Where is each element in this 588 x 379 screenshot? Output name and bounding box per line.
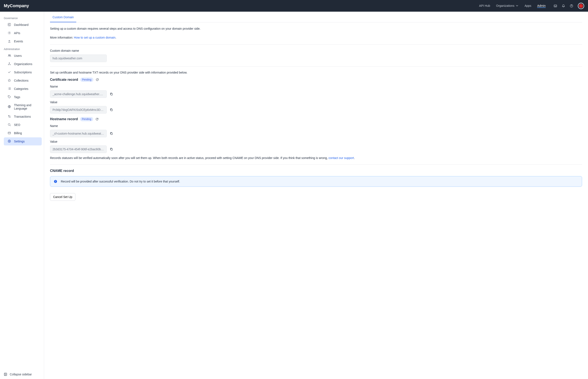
tab-custom-domain[interactable]: Custom Domain xyxy=(50,12,76,22)
refresh-certificate-button[interactable] xyxy=(95,78,99,81)
cert-name-label: Name xyxy=(50,85,582,88)
copy-host-name-button[interactable] xyxy=(110,132,113,135)
nav-organizations-label: Organizations xyxy=(496,4,514,7)
tag-icon xyxy=(8,95,12,99)
verification-note: Records statuses will be verified automa… xyxy=(50,156,582,160)
collapse-icon xyxy=(4,373,7,376)
sidebar-item-billing[interactable]: Billing xyxy=(4,129,42,137)
info-icon: i xyxy=(54,180,57,183)
cname-title: CNAME record xyxy=(50,169,582,173)
how-to-link[interactable]: How to set up a custom domain xyxy=(74,36,115,39)
list-icon xyxy=(8,87,12,91)
divider xyxy=(50,45,582,45)
star-icon xyxy=(8,79,12,82)
sidebar-item-label: Transactions xyxy=(14,115,31,118)
sidebar-item-events[interactable]: Events xyxy=(4,37,42,45)
more-info: More information: How to set up a custom… xyxy=(50,31,582,40)
gear-icon xyxy=(8,140,12,143)
verify-note-text: Records statuses will be verified automa… xyxy=(50,156,329,160)
certificate-badge-pending: Pending xyxy=(80,78,93,82)
sidebar-item-organizations[interactable]: Organizations xyxy=(4,60,42,68)
sidebar-item-seo[interactable]: SEO xyxy=(4,121,42,129)
apis-icon xyxy=(8,31,12,35)
tabs: Custom Domain xyxy=(50,12,582,22)
sidebar-item-theming[interactable]: Theming and Language xyxy=(4,101,42,112)
arrows-icon xyxy=(8,115,12,118)
nav-apps[interactable]: Apps xyxy=(525,4,531,8)
sidebar-item-categories[interactable]: Categories xyxy=(4,85,42,93)
sidebar-item-collections[interactable]: Collections xyxy=(4,77,42,85)
nav-organizations[interactable]: Organizations xyxy=(496,4,518,8)
sidebar-item-label: Theming and Language xyxy=(14,103,38,110)
main-content: Custom Domain Setting up a custom domain… xyxy=(44,12,588,379)
sitemap-icon xyxy=(8,62,12,66)
custom-domain-input: hub.squidweather.com xyxy=(50,54,107,62)
search-icon xyxy=(8,123,12,127)
sidebar-item-label: Users xyxy=(14,54,22,57)
sidebar-item-label: Tags xyxy=(14,95,20,99)
inbox-icon[interactable] xyxy=(554,4,557,8)
header-nav: API Hub Organizations Apps Admin xyxy=(479,3,584,9)
cert-name-input: _acme-challenge.hub.squidweather.com xyxy=(50,90,107,98)
sidebar-item-label: Billing xyxy=(14,131,22,135)
sidebar-section-administration: Administration xyxy=(0,46,44,51)
sidebar-item-transactions[interactable]: Transactions xyxy=(4,112,42,121)
copy-cert-name-button[interactable] xyxy=(110,93,113,96)
sidebar-item-label: APIs xyxy=(14,31,20,35)
more-info-prefix: More information: xyxy=(50,36,74,39)
records-intro: Set up certificate and hostname TXT reco… xyxy=(50,71,582,74)
sidebar-item-label: Categories xyxy=(14,87,28,91)
card-icon xyxy=(8,131,12,135)
dashboard-icon xyxy=(8,23,12,27)
intro-text: Setting up a custom domain requires seve… xyxy=(50,22,582,31)
cert-value-input: Pc9dp7dxgOAFKISs0CEp6xMmc3DA0e… xyxy=(50,106,107,114)
sidebar-item-label: Settings xyxy=(14,140,25,143)
verify-note-suffix: . xyxy=(354,156,355,160)
host-name-input: _cf-custom-hostname.hub.squidweather… xyxy=(50,130,107,137)
avatar[interactable] xyxy=(578,3,584,9)
sidebar-item-label: Collections xyxy=(14,79,28,82)
container: Governance Dashboard APIs Events Adminis… xyxy=(0,12,588,379)
chevron-down-icon xyxy=(515,4,518,7)
users-icon xyxy=(8,54,12,58)
certificate-title: Certificate record xyxy=(50,78,78,82)
contact-support-link[interactable]: contact our support xyxy=(329,156,354,160)
hostname-title: Hostname record xyxy=(50,117,78,121)
cname-info-banner: i Record will be provided after successf… xyxy=(50,176,582,187)
copy-cert-value-button[interactable] xyxy=(110,108,113,111)
certificate-header: Certificate record Pending xyxy=(50,78,582,82)
cancel-setup-button[interactable]: Cancel Set Up xyxy=(50,193,75,201)
bell-icon[interactable] xyxy=(562,4,565,8)
sidebar-item-tags[interactable]: Tags xyxy=(4,93,42,101)
sidebar: Governance Dashboard APIs Events Adminis… xyxy=(0,12,44,379)
sidebar-section-governance: Governance xyxy=(0,15,44,21)
sidebar-item-label: Organizations xyxy=(14,62,32,66)
upload-icon xyxy=(8,39,12,43)
cert-value-label: Value xyxy=(50,100,582,104)
globe-icon xyxy=(8,105,12,109)
nav-admin[interactable]: Admin xyxy=(537,4,546,8)
logo[interactable]: MyCompany xyxy=(4,3,29,8)
nav-api-hub[interactable]: API Hub xyxy=(479,4,490,8)
collapse-sidebar-button[interactable]: Collapse sidebar xyxy=(0,369,44,379)
collapse-label: Collapse sidebar xyxy=(10,373,32,376)
sidebar-item-users[interactable]: Users xyxy=(4,52,42,60)
copy-host-value-button[interactable] xyxy=(110,147,113,151)
sidebar-item-label: Events xyxy=(14,40,23,43)
header-icons xyxy=(554,3,584,9)
hostname-badge-pending: Pending xyxy=(80,117,93,121)
host-name-label: Name xyxy=(50,124,582,128)
host-value-input: 2b3d3175-4704-454f-906f-e2bac60bd… xyxy=(50,145,107,153)
sidebar-item-label: SEO xyxy=(14,123,20,126)
help-icon[interactable] xyxy=(570,4,573,8)
custom-domain-label: Custom domain name xyxy=(50,49,582,52)
sidebar-item-dashboard[interactable]: Dashboard xyxy=(4,21,42,29)
sidebar-item-settings[interactable]: Settings xyxy=(4,137,42,145)
hostname-header: Hostname record Pending xyxy=(50,117,582,121)
more-info-suffix: . xyxy=(115,36,116,39)
cname-notice-text: Record will be provided after successful… xyxy=(61,180,180,183)
refresh-hostname-button[interactable] xyxy=(95,117,99,121)
divider xyxy=(50,164,582,165)
sidebar-item-apis[interactable]: APIs xyxy=(4,29,42,37)
sidebar-item-subscriptions[interactable]: Subscriptions xyxy=(4,68,42,76)
